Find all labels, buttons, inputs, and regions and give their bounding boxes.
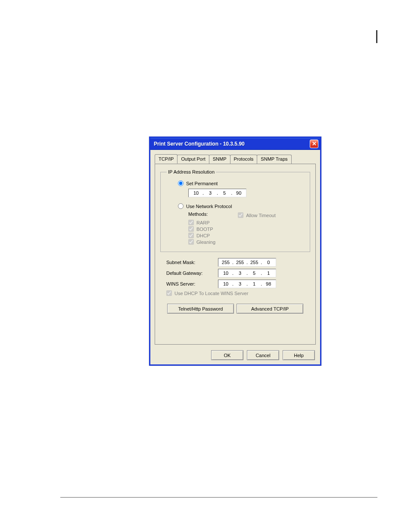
use-network-radio[interactable] [178, 203, 184, 209]
dhcp-wins-label: Use DHCP To Locate WINS Server [174, 291, 248, 296]
tab-tcp-ip[interactable]: TCP/IP [155, 154, 177, 164]
close-icon: ✕ [312, 140, 317, 147]
titlebar[interactable]: Print Server Configuration - 10.3.5.90 ✕ [150, 138, 320, 150]
set-permanent-label: Set Permanent [186, 181, 218, 186]
tab-strip: TCP/IP Output Port SNMP Protocols SNMP T… [155, 155, 316, 164]
methods-column: Methods: Allow Timeout RARP BOOTP [188, 212, 304, 245]
bootp-checkbox [188, 226, 194, 232]
dhcp-checkbox [188, 233, 194, 238]
telnet-password-button[interactable]: Telnet/Http Password [167, 304, 234, 314]
tab-body: IP Address Resolution Set Permanent 10. … [155, 164, 316, 345]
gateway-input[interactable]: 10. 3. 5. 1 [218, 269, 276, 277]
method-gleaning: Gleaning [188, 239, 304, 245]
close-button[interactable]: ✕ [310, 140, 318, 148]
method-rarp: RARP [188, 220, 304, 225]
permanent-ip-container: 10. 3. 5. 90 [188, 189, 304, 197]
ip-resolution-group: IP Address Resolution Set Permanent 10. … [160, 169, 310, 252]
window-title: Print Server Configuration - 10.3.5.90 [154, 141, 310, 147]
use-network-row[interactable]: Use Network Protocol [178, 203, 304, 209]
use-network-label: Use Network Protocol [186, 204, 232, 209]
dialog-buttons: OK Cancel Help [211, 350, 315, 360]
allow-timeout-checkbox [238, 212, 243, 218]
client-area: TCP/IP Output Port SNMP Protocols SNMP T… [150, 150, 320, 364]
gateway-label: Default Gateway: [166, 271, 218, 276]
page-marker [376, 30, 377, 43]
tab-output-port[interactable]: Output Port [177, 155, 209, 164]
methods-label: Methods: [188, 212, 208, 217]
dhcp-wins-checkbox [166, 290, 172, 296]
allow-timeout-label: Allow Timeout [246, 213, 275, 218]
method-bootp: BOOTP [188, 226, 304, 232]
set-permanent-radio[interactable] [178, 180, 184, 186]
subnet-row: Subnet Mask: 255. 255. 255. 0 [166, 258, 304, 267]
tab-protocols[interactable]: Protocols [230, 155, 258, 164]
tab-snmp-traps[interactable]: SNMP Traps [257, 155, 291, 164]
help-button[interactable]: Help [283, 350, 315, 360]
gateway-row: Default Gateway: 10. 3. 5. 1 [166, 269, 304, 277]
groupbox-legend: IP Address Resolution [167, 169, 216, 174]
cancel-button[interactable]: Cancel [247, 350, 279, 360]
set-permanent-row[interactable]: Set Permanent [178, 180, 304, 186]
dhcp-wins-row: Use DHCP To Locate WINS Server [166, 290, 304, 296]
advanced-tcpip-button[interactable]: Advanced TCP/IP [237, 304, 303, 314]
wins-label: WINS Server: [166, 281, 218, 286]
footer-rule [60, 497, 377, 498]
wins-input[interactable]: 10. 3. 1. 98 [218, 280, 276, 288]
rarp-checkbox [188, 220, 194, 225]
subnet-label: Subnet Mask: [166, 260, 218, 265]
gleaning-checkbox [188, 239, 194, 245]
ok-button[interactable]: OK [211, 350, 243, 360]
method-dhcp: DHCP [188, 233, 304, 238]
advanced-buttons: Telnet/Http Password Advanced TCP/IP [160, 304, 310, 314]
allow-timeout-row: Allow Timeout [238, 212, 275, 218]
subnet-input[interactable]: 255. 255. 255. 0 [218, 258, 276, 267]
network-fields: Subnet Mask: 255. 255. 255. 0 Default Ga… [160, 258, 310, 296]
tab-snmp[interactable]: SNMP [209, 155, 230, 164]
permanent-ip-input[interactable]: 10. 3. 5. 90 [188, 189, 246, 197]
print-server-config-dialog: Print Server Configuration - 10.3.5.90 ✕… [149, 137, 321, 366]
wins-row: WINS Server: 10. 3. 1. 98 [166, 280, 304, 288]
